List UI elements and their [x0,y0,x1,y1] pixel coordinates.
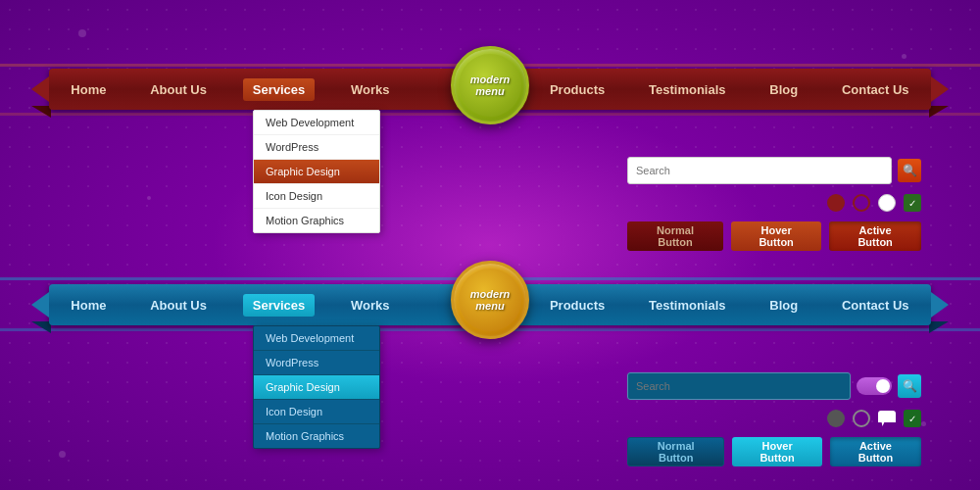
search-row-1: 🔍 [627,157,921,184]
search-input-2[interactable] [627,372,851,400]
dd-item-icondesign-1[interactable]: Icon Design [254,184,379,209]
search-icon-2[interactable]: 🔍 [898,374,921,398]
normal-button-2[interactable]: Normal Button [627,437,724,466]
radio-outline-1[interactable] [853,194,870,212]
toggle-switch-2[interactable] [857,377,892,395]
btn-row-1: Normal Button Hover Button Active Button [627,221,921,251]
dropdown-menu-2: Web Development WordPress Graphic Design… [253,325,380,449]
nav-works-2[interactable]: Works [343,294,398,317]
radio-white-1[interactable] [878,194,896,212]
radio-check-1[interactable]: ✓ [904,194,921,212]
radio-row-1: ✓ [627,194,921,212]
nav-contactus-2[interactable]: Contact Us [834,294,917,317]
nav-products-2[interactable]: Products [542,294,612,317]
nav-aboutus-1[interactable]: About Us [142,78,215,101]
logo-text-2: modern menu [470,288,510,312]
dd-item-icondesign-2[interactable]: Icon Design [254,400,379,424]
dd-item-webdev-1[interactable]: Web Development [254,111,379,135]
dd-item-graphicdesign-1[interactable]: Graphic Design [254,160,379,184]
radio-outline-2[interactable] [853,410,870,427]
normal-button-1[interactable]: Normal Button [627,221,723,251]
ui-panel-1: 🔍 ✓ Normal Button Hover Button Active Bu… [627,157,921,251]
nav-products-1[interactable]: Products [542,78,612,101]
btn-row-2: Normal Button Hover Button Active Button [627,437,921,466]
dropdown-menu-1: Web Development WordPress Graphic Design… [253,110,380,233]
nav-contactus-1[interactable]: Contact Us [834,78,917,101]
radio-filled-1[interactable] [827,194,845,212]
nav-home-2[interactable]: Home [63,294,114,317]
nav-home-1[interactable]: Home [63,78,114,101]
ui-panel-2: 🔍 ✓ Normal Button Hover Button Active Bu… [627,372,921,466]
radio-filled-2[interactable] [827,410,845,427]
ribbon-fold-right-2 [929,321,949,333]
speech-bubble-icon-2[interactable] [878,411,896,426]
ribbon-fold-left-2 [31,321,51,333]
nav-testimonials-2[interactable]: Testimonials [641,294,734,317]
nav-blog-2[interactable]: Blog [761,294,806,317]
nav-testimonials-1[interactable]: Testimonials [641,78,734,101]
hover-button-2[interactable]: Hover Button [732,437,822,466]
dd-item-webdev-2[interactable]: Web Development [254,326,379,351]
dd-item-wordpress-2[interactable]: WordPress [254,351,379,375]
dd-item-motiongraphics-1[interactable]: Motion Graphics [254,209,379,232]
dd-item-motiongraphics-2[interactable]: Motion Graphics [254,424,379,448]
ribbon-fold-left-1 [31,106,51,118]
logo-circle-2[interactable]: modern menu [451,261,529,339]
ribbon-fold-right-1 [929,106,949,118]
dd-item-wordpress-1[interactable]: WordPress [254,135,379,160]
radio-row-2: ✓ [627,410,921,427]
hover-button-1[interactable]: Hover Button [731,221,821,251]
nav-services-2[interactable]: Services [243,294,316,317]
search-icon-1[interactable]: 🔍 [898,159,921,182]
nav-aboutus-2[interactable]: About Us [142,294,215,317]
search-input-1[interactable] [627,157,892,184]
active-button-1[interactable]: Active Button [829,221,921,251]
search-row-2: 🔍 [627,372,921,400]
logo-text-1: modern menu [470,74,510,97]
nav-blog-1[interactable]: Blog [761,78,806,101]
radio-check-2[interactable]: ✓ [904,410,921,427]
active-button-2[interactable]: Active Button [830,437,921,466]
nav-works-1[interactable]: Works [343,78,398,101]
nav-services-1[interactable]: Services [243,78,316,101]
dd-item-graphicdesign-2[interactable]: Graphic Design [254,375,379,400]
logo-circle-1[interactable]: modern menu [451,46,529,124]
